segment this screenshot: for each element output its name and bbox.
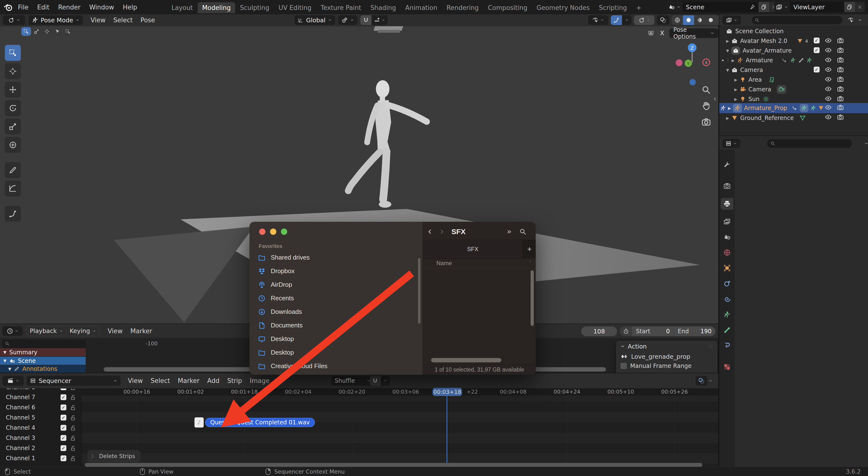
- dopesheet-row-scene[interactable]: ▼Scene: [0, 357, 89, 365]
- outliner-row-ground-reference[interactable]: ▶Ground_Reference: [726, 113, 806, 123]
- render-camera-icon[interactable]: [837, 37, 844, 44]
- collection-checkbox[interactable]: ✓: [814, 67, 819, 72]
- scene-selector[interactable]: Scene ×: [666, 2, 779, 12]
- render-camera-icon[interactable]: [837, 76, 844, 83]
- sort-indicator-icon[interactable]: ˆ: [529, 261, 531, 266]
- workspace-tab-rendering[interactable]: Rendering: [442, 2, 483, 13]
- viewlayer-copy-button[interactable]: [844, 2, 855, 12]
- add-workspace-button[interactable]: +: [631, 2, 646, 13]
- workspace-tab-shading[interactable]: Shading: [366, 2, 401, 13]
- hide-eye-icon[interactable]: [825, 95, 832, 102]
- channel-mute-checkbox[interactable]: ✓: [61, 445, 66, 451]
- keying-dropdown[interactable]: Keying: [66, 326, 99, 336]
- menu-pose[interactable]: Pose: [136, 17, 159, 24]
- range-end-field[interactable]: End190: [674, 326, 716, 336]
- outliner-options-chevron-icon[interactable]: [858, 18, 862, 22]
- menu-help[interactable]: Help: [119, 4, 141, 11]
- minimize-button[interactable]: [270, 229, 276, 235]
- workspace-tab-sculpting[interactable]: Sculpting: [236, 2, 274, 13]
- channel-mute-checkbox[interactable]: ✓: [61, 435, 66, 441]
- viewlayer-remove-button[interactable]: ×: [855, 2, 865, 12]
- channel-lock-icon[interactable]: [70, 425, 76, 431]
- sequencer-view-type-dropdown[interactable]: Sequencer: [27, 376, 121, 386]
- sidebar-item-recents[interactable]: Recents: [258, 295, 294, 302]
- dopesheet-row-summary[interactable]: ▼Summary: [0, 348, 89, 356]
- editor-type-button[interactable]: [3, 15, 25, 25]
- channel-mute-checkbox[interactable]: ✓: [61, 425, 66, 431]
- tab-modifier-icon[interactable]: [723, 342, 731, 349]
- panel-grip[interactable]: ∷: [709, 344, 713, 350]
- hide-eye-icon[interactable]: [825, 66, 832, 73]
- workspace-tab-scripting[interactable]: Scripting: [595, 2, 631, 13]
- outliner-row-avatar-mesh[interactable]: ▶Avatar Mesh 2.04: [726, 36, 808, 46]
- channel-mute-checkbox[interactable]: ✓: [61, 394, 66, 400]
- menu-file[interactable]: File: [14, 4, 32, 11]
- search-icon[interactable]: [519, 228, 527, 235]
- pin-icon[interactable]: [749, 4, 755, 10]
- menu-render[interactable]: Render: [54, 4, 85, 11]
- render-camera-icon[interactable]: [837, 104, 844, 111]
- menu-edit[interactable]: Edit: [33, 4, 53, 11]
- sidebar-item-desktop-folder[interactable]: Desktop: [258, 349, 294, 356]
- collection-checkbox[interactable]: ✓: [814, 37, 819, 43]
- use-preview-range-button[interactable]: [620, 326, 632, 336]
- proportional-edit-button[interactable]: [611, 15, 622, 25]
- hide-eye-icon[interactable]: [825, 37, 832, 44]
- sidebar-item-desktop[interactable]: Desktop: [258, 335, 294, 343]
- sidebar-item-airdrop[interactable]: AirDrop: [258, 281, 292, 289]
- menu-select-3d[interactable]: Select: [110, 17, 136, 24]
- sequencer-editor-button[interactable]: [2, 376, 24, 386]
- dragged-strip[interactable]: ♪ Quests - Quest Completed 01.wav: [194, 417, 315, 427]
- tab-object-data-icon[interactable]: [723, 311, 731, 318]
- properties-search-input[interactable]: [767, 139, 852, 148]
- render-camera-icon[interactable]: [837, 114, 844, 120]
- workspace-tab-layout[interactable]: Layout: [167, 2, 197, 13]
- finder-tab-sfx[interactable]: SFX: [423, 240, 523, 258]
- sidebar-scrollbar[interactable]: [418, 258, 421, 324]
- timeline-editor-button[interactable]: [2, 326, 23, 336]
- collection-checkbox[interactable]: ✓: [814, 47, 819, 53]
- gizmo-dropdown[interactable]: [634, 15, 654, 25]
- manual-frame-range-checkbox[interactable]: [620, 363, 627, 369]
- playhead-line[interactable]: [446, 395, 447, 463]
- tab-world-icon[interactable]: [723, 249, 731, 256]
- blender-logo-icon[interactable]: [3, 2, 13, 12]
- menu-view-3d[interactable]: View: [87, 17, 110, 24]
- workspace-tab-uv-editing[interactable]: UV Editing: [274, 2, 316, 13]
- menu-add-seq[interactable]: Add: [204, 377, 223, 384]
- more-toolbar-icon[interactable]: »: [507, 227, 511, 235]
- dopesheet-search-input[interactable]: [2, 339, 93, 348]
- outliner-search-input[interactable]: [752, 16, 842, 24]
- hide-eye-icon[interactable]: [825, 86, 832, 92]
- tool-cursor-button[interactable]: [5, 63, 21, 79]
- tab-render-icon[interactable]: [723, 182, 731, 190]
- channel-lock-icon[interactable]: [70, 394, 76, 400]
- channel-mute-checkbox[interactable]: ✓: [61, 405, 66, 410]
- shading-wireframe-button[interactable]: [672, 15, 683, 25]
- menu-marker-seq[interactable]: Marker: [174, 377, 204, 384]
- tool-transform-button[interactable]: [5, 137, 21, 153]
- channel-row-1[interactable]: Channel 1✓: [0, 453, 81, 464]
- playhead-bubble[interactable]: 00:03+18: [433, 388, 462, 396]
- hide-eye-icon[interactable]: [825, 114, 832, 120]
- channel-mute-checkbox[interactable]: ✓: [61, 415, 66, 420]
- menu-image-seq[interactable]: Image: [246, 377, 273, 384]
- hide-eye-icon[interactable]: [825, 47, 832, 54]
- sidebar-item-creative-cloud[interactable]: Creative Cloud Files: [258, 362, 328, 370]
- workspace-tab-modeling[interactable]: Modeling: [197, 2, 235, 13]
- playback-dropdown[interactable]: Playback: [26, 326, 66, 336]
- properties-editor-button[interactable]: [722, 139, 740, 148]
- tab-bone-icon[interactable]: [723, 326, 731, 334]
- character-model[interactable]: [339, 71, 443, 217]
- channel-lock-icon[interactable]: [70, 435, 76, 441]
- tab-constraints-icon[interactable]: [723, 295, 731, 303]
- outliner-row-area[interactable]: ▶Area: [734, 75, 775, 85]
- forward-icon[interactable]: ›: [440, 226, 443, 237]
- tool-rotate-button[interactable]: [5, 100, 21, 116]
- render-camera-icon[interactable]: [837, 57, 844, 63]
- sidebar-item-documents[interactable]: Documents: [258, 322, 303, 329]
- proportional-falloff-dropdown[interactable]: [622, 15, 631, 25]
- channel-row-4[interactable]: Channel 4✓: [0, 423, 81, 433]
- tab-texture-icon[interactable]: [723, 363, 731, 370]
- select-mode-extra-button[interactable]: [63, 27, 73, 36]
